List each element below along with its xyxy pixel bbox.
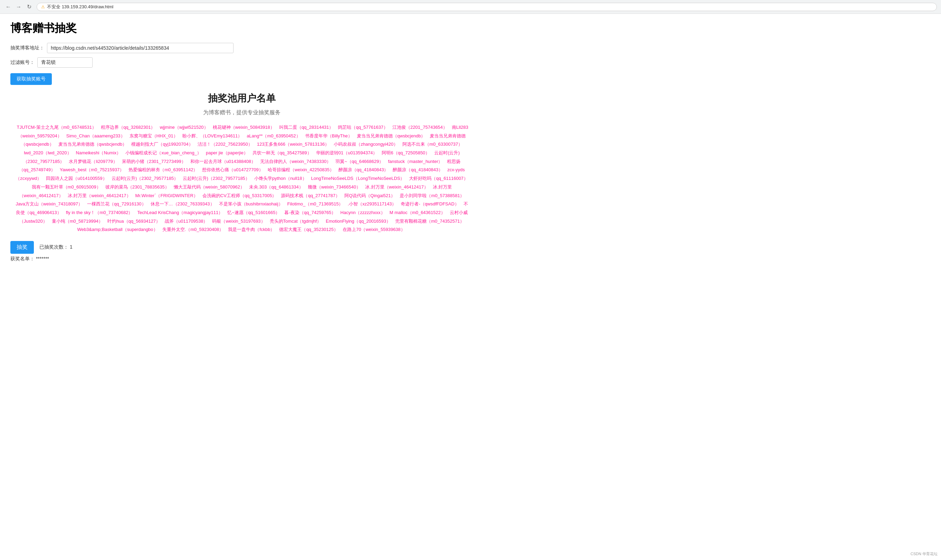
address-bar[interactable]: ⚠ 不安全 139.159.230.49/draw.html xyxy=(37,3,937,11)
url-form-row: 抽奖博客地址： xyxy=(10,43,473,53)
user-list: TJUTCM-策士之九尾（m0_65748531） 程序边界（qq_326823… xyxy=(10,123,473,234)
bottom-section: 抽奖 已抽奖次数： 1 获奖名单： ******* xyxy=(10,241,473,262)
draw-count-value: 1 xyxy=(70,244,72,249)
security-icon: ⚠ xyxy=(41,5,45,9)
lottery-title: 抽奖池用户名单 xyxy=(10,92,473,105)
bottom-row: 抽奖 已抽奖次数： 1 xyxy=(10,241,72,254)
forward-button[interactable]: → xyxy=(14,3,23,11)
winner-value: ******* xyxy=(36,256,49,262)
filter-label: 过滤账号： xyxy=(10,59,35,66)
browser-nav: ← → ↻ xyxy=(4,3,33,11)
draw-count: 已抽奖次数： 1 xyxy=(39,244,72,250)
browser-bar: ← → ↻ ⚠ 不安全 139.159.230.49/draw.html xyxy=(0,0,941,14)
url-input[interactable] xyxy=(47,43,234,53)
lottery-subtitle: 为博客赠书，提供专业抽奖服务 xyxy=(10,109,473,116)
winner-line: 获奖名单： ******* xyxy=(10,256,72,262)
url-display: 139.159.230.49/draw.html xyxy=(62,4,114,9)
bottom-left: 抽奖 已抽奖次数： 1 获奖名单： ******* xyxy=(10,241,72,262)
back-button[interactable]: ← xyxy=(4,3,12,11)
lottery-section: 抽奖池用户名单 为博客赠书，提供专业抽奖服务 TJUTCM-策士之九尾（m0_6… xyxy=(10,92,473,234)
url-label: 抽奖博客地址： xyxy=(10,45,44,51)
security-label: 不安全 xyxy=(47,4,60,10)
page-content: 博客赠书抽奖 抽奖博客地址： 过滤账号： 获取抽奖账号 抽奖池用户名单 为博客赠… xyxy=(0,14,484,269)
filter-input[interactable] xyxy=(37,57,92,68)
filter-form-row: 过滤账号： xyxy=(10,57,473,68)
draw-count-label: 已抽奖次数： xyxy=(39,244,68,249)
refresh-button[interactable]: ↻ xyxy=(25,3,33,11)
draw-button[interactable]: 抽奖 xyxy=(10,241,34,254)
fetch-button[interactable]: 获取抽奖账号 xyxy=(10,73,52,85)
users-text: TJUTCM-策士之九尾（m0_65748531） 程序边界（qq_326823… xyxy=(15,125,473,232)
page-title: 博客赠书抽奖 xyxy=(10,21,473,36)
winner-label: 获奖名单： xyxy=(10,256,35,262)
